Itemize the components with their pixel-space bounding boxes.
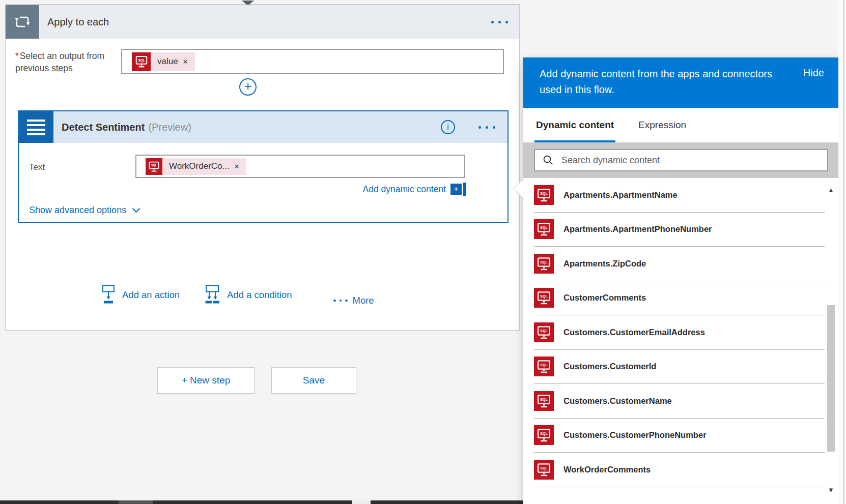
dynamic-content-item[interactable]: Customers.CustomerId [534,350,825,384]
save-button[interactable]: Save [271,367,356,394]
search-band [523,142,838,178]
apply-to-each-title: Apply to each [47,16,109,28]
dynamic-content-item[interactable]: WorkOrderComments [534,453,825,487]
tab-dynamic-content[interactable]: Dynamic content [534,108,615,142]
scrollbar-segment [119,500,153,504]
scroll-up-icon[interactable]: ▲ [825,186,837,194]
info-icon[interactable]: i [441,120,455,134]
vertical-scrollbar[interactable]: ▲ ▼ [825,178,837,504]
scrollbar-thumb[interactable] [352,500,371,504]
panel-callout-pointer [513,179,524,198]
apply-to-each-header[interactable]: Apply to each [6,5,519,39]
add-dynamic-content-label: Add dynamic content [363,184,446,195]
sql-server-icon [534,254,554,274]
detect-sentiment-title: Detect Sentiment [62,122,145,133]
dynamic-content-item-label: CustomerComments [563,293,646,303]
text-analytics-icon [19,111,53,143]
workorder-token[interactable]: WorkOrderCo... ✕ [146,158,246,175]
detect-sentiment-card: Detect Sentiment (Preview) i Text WorkOr… [18,110,509,223]
remove-token-icon[interactable]: ✕ [183,58,188,66]
required-asterisk: * [15,51,19,61]
chevron-down-icon [132,207,140,213]
loop-icon [6,5,39,39]
dynamic-content-item[interactable]: Apartments.ApartmentPhoneNumber [534,213,825,247]
sql-server-icon [534,391,554,411]
workorder-token-label: WorkOrderCo... [169,161,230,171]
sentiment-card-menu-button[interactable] [478,126,495,129]
sql-server-icon [534,322,554,342]
dynamic-content-item[interactable]: Customers.CustomerName [534,384,825,419]
hide-button[interactable]: Hide [803,67,824,79]
plus-icon: + [244,80,252,93]
select-output-input[interactable]: value ✕ [121,49,504,74]
new-step-button[interactable]: + New step [157,367,255,394]
dynamic-content-item[interactable]: Apartments.ApartmentName [534,178,825,213]
apply-to-each-card: Apply to each *Select an output from pre… [5,5,520,331]
search-icon [543,155,554,166]
text-field-input[interactable]: WorkOrderCo... ✕ [135,155,465,178]
window-scrollbar-strip[interactable] [838,0,846,504]
sql-server-icon [534,357,554,376]
dynamic-content-item[interactable]: CustomerComments [534,281,825,316]
dynamic-content-item-label: Customers.CustomerPhoneNumber [563,430,707,440]
preview-suffix: (Preview) [148,122,191,133]
dynamic-content-item-label: Apartments.ApartmentName [563,190,678,200]
sql-server-icon [534,288,554,308]
show-advanced-options-label: Show advanced options [29,205,126,216]
ellipsis-icon [333,300,348,302]
dynamic-content-item-label: Customers.CustomerName [563,396,672,406]
tab-expression[interactable]: Expression [637,108,688,142]
select-output-label: *Select an output from previous steps [15,50,107,74]
add-condition-button[interactable]: Add a condition [204,285,292,304]
panel-tabs: Dynamic content Expression [523,108,838,142]
search-input[interactable] [561,155,822,166]
panel-header: Add dynamic content from the apps and co… [523,57,838,108]
add-action-icon [101,285,116,304]
dynamic-content-panel: Add dynamic content from the apps and co… [523,57,838,504]
remove-token-icon[interactable]: ✕ [234,163,240,170]
dynamic-content-item-label: WorkOrderComments [563,465,651,475]
scroll-down-icon[interactable]: ▼ [825,486,837,494]
dynamic-content-item[interactable]: Apartments.ZipCode [534,247,825,281]
select-output-label-text: Select an output from previous steps [15,51,104,73]
add-condition-label: Add a condition [227,289,292,301]
add-action-button[interactable]: Add an action [101,285,180,304]
horizontal-scrollbar[interactable] [0,500,523,504]
add-condition-icon [204,285,221,304]
dynamic-content-list: Apartments.ApartmentName Apartments.Apar… [523,178,825,504]
insert-step-button[interactable]: + [239,78,257,96]
text-field-label: Text [29,162,45,172]
apply-card-menu-button[interactable] [491,21,508,23]
detect-sentiment-header[interactable]: Detect Sentiment (Preview) i [19,111,507,143]
add-action-label: Add an action [122,289,180,301]
scrollbar-thumb[interactable] [827,305,835,452]
sql-server-icon [534,219,554,239]
show-advanced-options-link[interactable]: Show advanced options [29,205,140,216]
search-box[interactable] [534,149,828,171]
dynamic-content-item-label: Apartments.ApartmentPhoneNumber [563,224,712,234]
dynamic-content-item-label: Apartments.ZipCode [563,259,646,269]
flow-designer-canvas: Apply to each *Select an output from pre… [0,0,846,504]
dynamic-content-item-label: Customers.CustomerEmailAddress [563,328,705,337]
sql-server-icon [534,425,554,445]
more-label: More [353,295,374,306]
sql-server-icon [132,52,151,71]
dynamic-content-item[interactable]: Customers.CustomerEmailAddress [534,315,825,350]
dynamic-content-item[interactable]: Customers.CustomerPhoneNumber [534,419,825,453]
sql-server-icon [534,185,554,205]
panel-header-text: Add dynamic content from the apps and co… [540,66,790,108]
value-token[interactable]: value ✕ [132,52,195,71]
add-dynamic-content-link[interactable]: Add dynamic content + [363,183,466,196]
sql-server-icon [534,460,554,480]
more-button[interactable]: More [333,295,374,306]
dynamic-content-icon: + [450,183,466,196]
dynamic-content-item-label: Customers.CustomerId [563,362,656,371]
sql-server-icon [146,158,162,175]
value-token-label: value [157,56,178,67]
